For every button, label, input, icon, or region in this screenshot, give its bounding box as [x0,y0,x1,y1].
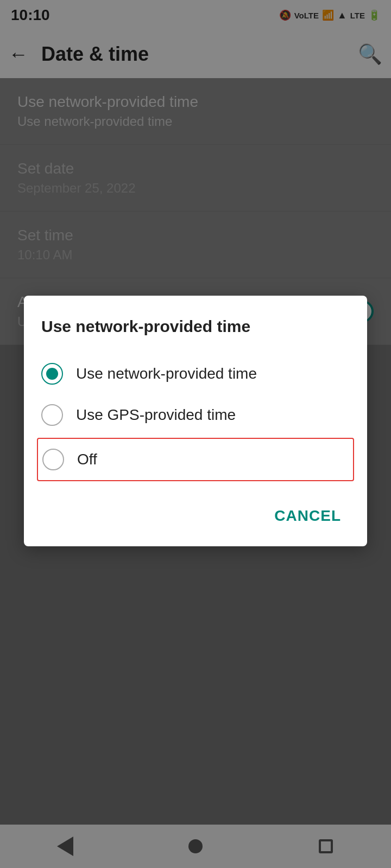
radio-network-time [41,363,63,385]
option-network-time-label: Use network-provided time [76,365,257,382]
radio-off [42,449,64,470]
time-source-dialog: Use network-provided time Use network-pr… [24,296,367,546]
option-gps-time[interactable]: Use GPS-provided time [41,394,350,436]
radio-gps-time [41,404,63,426]
option-off-label: Off [77,451,97,468]
cancel-button[interactable]: CANCEL [266,501,350,531]
dialog-title: Use network-provided time [41,317,350,336]
option-off[interactable]: Off [37,438,354,481]
dialog-actions: CANCEL [41,494,350,531]
option-gps-time-label: Use GPS-provided time [76,406,236,424]
option-network-time[interactable]: Use network-provided time [41,353,350,394]
